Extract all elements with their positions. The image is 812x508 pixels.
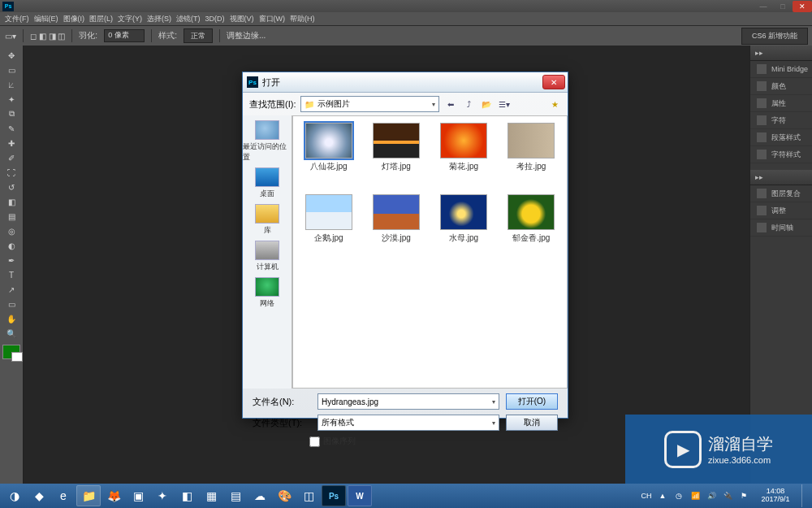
file-item[interactable]: 菊花.jpg	[432, 123, 496, 188]
file-list[interactable]: 八仙花.jpg灯塔.jpg菊花.jpg考拉.jpg企鹅.jpg沙漠.jpg水母.…	[292, 115, 568, 389]
tray-icon[interactable]: 🔌	[722, 490, 733, 501]
lookin-combo[interactable]: 📁 示例图片 ▾	[300, 96, 439, 112]
menu-filter[interactable]: 滤镜(T)	[176, 14, 201, 24]
menu-edit[interactable]: 编辑(E)	[34, 14, 58, 24]
places-recent[interactable]: 最近访问的位置	[243, 119, 292, 164]
file-item[interactable]: 水母.jpg	[432, 194, 496, 259]
taskbar-app-8[interactable]: ▦	[200, 486, 222, 506]
file-item[interactable]: 郁金香.jpg	[499, 194, 564, 259]
dialog-close-button[interactable]: ✕	[542, 75, 565, 89]
wand-tool-icon[interactable]: ✦	[2, 93, 20, 106]
panel-para-style[interactable]: 段落样式	[750, 129, 812, 146]
panel-timeline[interactable]: 时间轴	[750, 219, 812, 237]
menu-help[interactable]: 帮助(H)	[290, 14, 315, 24]
view-menu-icon[interactable]: ☰▾	[498, 98, 511, 111]
zoom-tool-icon[interactable]: 🔍	[2, 327, 20, 340]
close-button[interactable]: ✕	[793, 1, 812, 12]
menu-image[interactable]: 图像(I)	[63, 14, 85, 24]
menu-view[interactable]: 视图(V)	[230, 14, 254, 24]
brush-tool-icon[interactable]: ✐	[2, 151, 20, 164]
workspace-switcher[interactable]: CS6 新增功能	[741, 28, 808, 45]
taskbar-clock[interactable]: 14:08 2017/9/1	[754, 488, 797, 504]
back-button-icon[interactable]: ⬅	[444, 98, 457, 111]
minimize-button[interactable]: ―	[754, 1, 773, 12]
tool-preset-icon[interactable]: ▭▾	[5, 32, 16, 41]
crop-tool-icon[interactable]: ⧉	[2, 107, 20, 120]
taskbar-app-12[interactable]: ◫	[297, 486, 320, 506]
heal-tool-icon[interactable]: ✚	[2, 137, 20, 150]
panel-collapse-icon[interactable]: ▸▸	[755, 173, 763, 181]
file-item[interactable]: 考拉.jpg	[499, 123, 564, 188]
dodge-tool-icon[interactable]: ◐	[2, 239, 20, 252]
hand-tool-icon[interactable]: ✋	[2, 312, 20, 325]
taskbar-word-icon[interactable]: W	[348, 485, 372, 506]
marquee-tool-icon[interactable]: ▭	[2, 63, 20, 76]
up-button-icon[interactable]: ⤴	[462, 98, 475, 111]
lasso-tool-icon[interactable]: ⟀	[2, 78, 20, 91]
taskbar-app-9[interactable]: ▤	[224, 486, 247, 506]
newfolder-icon[interactable]: 📂	[480, 98, 493, 111]
places-computer[interactable]: 计算机	[255, 239, 279, 274]
tray-icon[interactable]: 🔊	[706, 490, 717, 501]
menu-select[interactable]: 选择(S)	[147, 14, 171, 24]
taskbar-paint-icon[interactable]: 🎨	[273, 486, 296, 506]
feather-input[interactable]: 0 像素	[104, 29, 145, 42]
move-tool-icon[interactable]: ✥	[2, 49, 20, 62]
file-item[interactable]: 企鹅.jpg	[296, 194, 361, 259]
menu-window[interactable]: 窗口(W)	[259, 14, 286, 24]
taskbar-app-7[interactable]: ◧	[175, 486, 198, 506]
blur-tool-icon[interactable]: ◎	[2, 224, 20, 237]
tray-icon[interactable]: ▲	[657, 490, 668, 501]
color-swatch[interactable]	[2, 345, 20, 359]
taskbar-player-icon[interactable]: ▣	[127, 486, 149, 506]
filename-input[interactable]: Hydrangeas.jpg▾	[317, 393, 499, 410]
taskbar-ie-icon[interactable]: e	[52, 486, 75, 506]
taskbar-photoshop-icon[interactable]: Ps	[322, 485, 346, 506]
places-network[interactable]: 网络	[255, 276, 279, 310]
taskbar-app-1[interactable]: ◆	[28, 486, 50, 506]
stamp-tool-icon[interactable]: ⛶	[2, 166, 20, 179]
taskbar-cloud-icon[interactable]: ☁	[248, 486, 271, 506]
path-tool-icon[interactable]: ↗	[2, 283, 20, 296]
menu-layer[interactable]: 图层(L)	[89, 14, 113, 24]
style-select[interactable]: 正常	[184, 28, 213, 43]
taskbar-app-6[interactable]: ✦	[151, 486, 174, 506]
start-button[interactable]: ◑	[3, 486, 26, 506]
marquee-mode-icons[interactable]: ◻ ◧ ◨ ◫	[30, 32, 65, 41]
taskbar-explorer-icon[interactable]: 📁	[76, 485, 101, 506]
filetype-select[interactable]: 所有格式▾	[317, 415, 499, 431]
cancel-button[interactable]: 取消	[506, 415, 558, 431]
panel-adjust[interactable]: 调整	[750, 202, 812, 219]
image-sequence-checkbox[interactable]	[309, 436, 320, 447]
eyedropper-tool-icon[interactable]: ✎	[2, 122, 20, 135]
pen-tool-icon[interactable]: ✒	[2, 254, 20, 267]
dialog-titlebar[interactable]: Ps 打开 ✕	[243, 72, 568, 93]
menu-3d[interactable]: 3D(D)	[205, 15, 225, 23]
maximize-button[interactable]: □	[773, 1, 793, 12]
gradient-tool-icon[interactable]: ▤	[2, 210, 20, 223]
tray-icon[interactable]: ⚑	[738, 490, 749, 501]
menu-file[interactable]: 文件(F)	[5, 14, 29, 24]
tray-icon[interactable]: ◷	[673, 490, 685, 501]
eraser-tool-icon[interactable]: ◧	[2, 195, 20, 208]
open-button[interactable]: 打开(O)	[506, 393, 558, 410]
panel-collapse-icon[interactable]: ▸▸	[755, 49, 763, 57]
panel-character[interactable]: 字符	[750, 112, 812, 129]
type-tool-icon[interactable]: T	[2, 268, 20, 281]
panel-color[interactable]: 颜色	[750, 78, 812, 95]
places-library[interactable]: 库	[255, 202, 279, 237]
taskbar-firefox-icon[interactable]: 🦊	[102, 486, 125, 506]
star-icon[interactable]: ★	[548, 98, 561, 111]
panel-layer-comps[interactable]: 图层复合	[750, 185, 812, 202]
show-desktop-button[interactable]	[801, 484, 809, 507]
panel-properties[interactable]: 属性	[750, 95, 812, 112]
file-item[interactable]: 八仙花.jpg	[296, 123, 361, 188]
file-item[interactable]: 沙漠.jpg	[364, 194, 428, 259]
shape-tool-icon[interactable]: ▭	[2, 297, 20, 310]
titlebar[interactable]: Ps ― □ ✕	[0, 0, 812, 12]
history-brush-icon[interactable]: ↺	[2, 180, 20, 193]
menu-type[interactable]: 文字(Y)	[118, 14, 142, 24]
file-item[interactable]: 灯塔.jpg	[364, 123, 428, 188]
panel-minibridge[interactable]: Mini Bridge	[750, 61, 812, 78]
tray-icon[interactable]: 📶	[689, 490, 701, 501]
